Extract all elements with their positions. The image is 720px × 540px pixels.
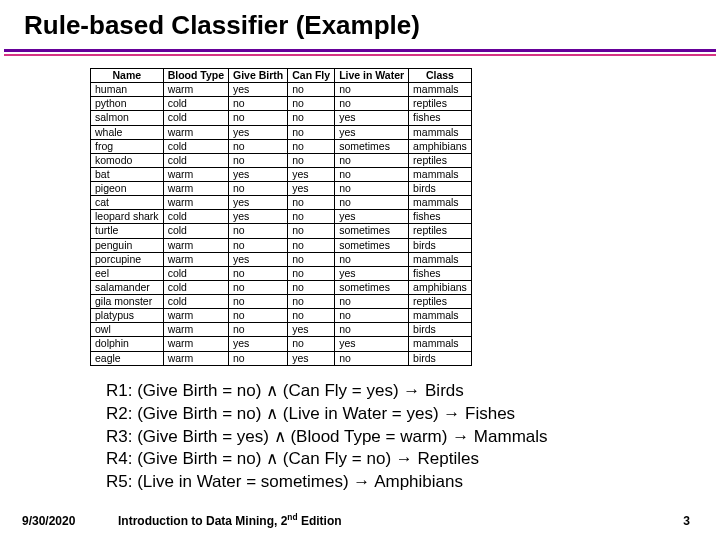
table-cell: no (288, 238, 335, 252)
table-header-cell: Live in Water (335, 69, 409, 83)
rule-line: R2: (Give Birth = no) ∧ (Live in Water =… (106, 403, 720, 426)
table-cell: cat (91, 196, 164, 210)
table-cell: porcupine (91, 252, 164, 266)
table-header-cell: Blood Type (163, 69, 228, 83)
table-cell: cold (163, 139, 228, 153)
table-cell: no (335, 323, 409, 337)
table-cell: warm (163, 182, 228, 196)
table-cell: mammals (409, 196, 472, 210)
table-row: dolphinwarmyesnoyesmammals (91, 337, 472, 351)
table-cell: platypus (91, 309, 164, 323)
table-cell: no (229, 97, 288, 111)
table-cell: no (288, 252, 335, 266)
footer-source-suffix: Edition (298, 514, 342, 528)
table-cell: warm (163, 309, 228, 323)
rule-line: R3: (Give Birth = yes) ∧ (Blood Type = w… (106, 426, 720, 449)
table-cell: yes (229, 337, 288, 351)
table-row: whalewarmyesnoyesmammals (91, 125, 472, 139)
table-cell: yes (229, 252, 288, 266)
table-cell: warm (163, 167, 228, 181)
table-cell: no (288, 309, 335, 323)
table-cell: yes (288, 182, 335, 196)
table-header-cell: Name (91, 69, 164, 83)
table-cell: pigeon (91, 182, 164, 196)
rule-line: R5: (Live in Water = sometimes) → Amphib… (106, 471, 720, 494)
table-row: salmoncoldnonoyesfishes (91, 111, 472, 125)
table-cell: leopard shark (91, 210, 164, 224)
table-cell: yes (335, 125, 409, 139)
table-cell: no (335, 83, 409, 97)
table-row: owlwarmnoyesnobirds (91, 323, 472, 337)
table-cell: yes (335, 266, 409, 280)
table-cell: fishes (409, 266, 472, 280)
table-cell: bat (91, 167, 164, 181)
table-cell: no (335, 97, 409, 111)
table-row: gila monstercoldnononoreptiles (91, 295, 472, 309)
table-cell: no (288, 83, 335, 97)
table-cell: yes (229, 210, 288, 224)
table-cell: no (229, 224, 288, 238)
table-cell: no (288, 153, 335, 167)
footer-source-prefix: Introduction to Data Mining, 2 (118, 514, 287, 528)
slide-title: Rule-based Classifier (Example) (0, 10, 720, 49)
table-cell: cold (163, 266, 228, 280)
table-cell: no (335, 252, 409, 266)
table-cell: yes (229, 196, 288, 210)
table-cell: mammals (409, 252, 472, 266)
table-cell: no (335, 182, 409, 196)
table-cell: no (335, 309, 409, 323)
table-cell: sometimes (335, 238, 409, 252)
table-cell: salmon (91, 111, 164, 125)
table-cell: no (229, 295, 288, 309)
table-cell: whale (91, 125, 164, 139)
table-cell: yes (229, 125, 288, 139)
table-cell: no (335, 196, 409, 210)
table-cell: turtle (91, 224, 164, 238)
table-cell: yes (335, 111, 409, 125)
table-cell: komodo (91, 153, 164, 167)
table-cell: yes (288, 323, 335, 337)
table-cell: dolphin (91, 337, 164, 351)
table-row: salamandercoldnonosometimesamphibians (91, 280, 472, 294)
table-cell: no (288, 97, 335, 111)
table-cell: no (288, 280, 335, 294)
table-cell: fishes (409, 111, 472, 125)
table-cell: yes (288, 167, 335, 181)
table-cell: sometimes (335, 139, 409, 153)
table-cell: reptiles (409, 295, 472, 309)
table-cell: warm (163, 337, 228, 351)
table-row: catwarmyesnonomammals (91, 196, 472, 210)
table-cell: no (229, 351, 288, 365)
table-cell: no (229, 182, 288, 196)
table-cell: mammals (409, 309, 472, 323)
table-cell: warm (163, 238, 228, 252)
table-row: porcupinewarmyesnonomammals (91, 252, 472, 266)
rule-line: R1: (Give Birth = no) ∧ (Can Fly = yes) … (106, 380, 720, 403)
footer-page-number: 3 (683, 514, 690, 528)
table-cell: sometimes (335, 224, 409, 238)
table-cell: reptiles (409, 153, 472, 167)
table-cell: birds (409, 351, 472, 365)
table-cell: warm (163, 252, 228, 266)
rule-line: R4: (Give Birth = no) ∧ (Can Fly = no) →… (106, 448, 720, 471)
table-cell: no (288, 111, 335, 125)
table-cell: warm (163, 323, 228, 337)
table-row: eelcoldnonoyesfishes (91, 266, 472, 280)
divider-pink (4, 54, 716, 56)
divider-purple (4, 49, 716, 52)
table-cell: no (229, 111, 288, 125)
table-row: batwarmyesyesnomammals (91, 167, 472, 181)
table-cell: sometimes (335, 280, 409, 294)
table-cell: no (229, 153, 288, 167)
table-cell: warm (163, 196, 228, 210)
table-cell: no (288, 125, 335, 139)
table-cell: reptiles (409, 224, 472, 238)
data-table-container: NameBlood TypeGive BirthCan FlyLive in W… (90, 68, 720, 366)
table-cell: yes (229, 83, 288, 97)
table-row: penguinwarmnonosometimesbirds (91, 238, 472, 252)
table-cell: cold (163, 295, 228, 309)
table-header-cell: Give Birth (229, 69, 288, 83)
table-cell: no (335, 167, 409, 181)
table-cell: yes (335, 210, 409, 224)
table-cell: mammals (409, 125, 472, 139)
